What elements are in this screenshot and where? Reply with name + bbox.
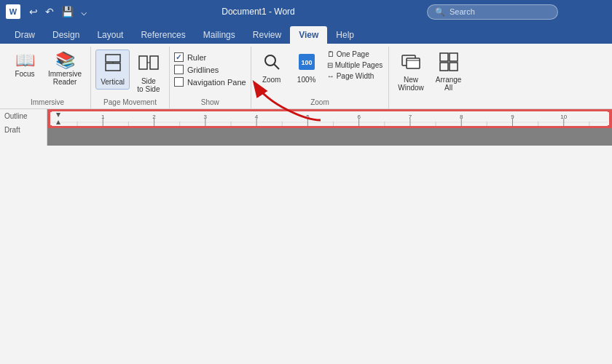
svg-text:7: 7 <box>409 114 412 120</box>
save-button[interactable]: 💾 <box>58 4 76 19</box>
left-panel: Outline Draft <box>0 109 47 146</box>
navigation-pane-checkbox-row[interactable]: Navigation Pane <box>174 77 246 87</box>
page-movement-group-label: Page Movement <box>95 98 165 108</box>
page-width-label: Page Width <box>337 72 374 80</box>
page-area <box>47 128 612 146</box>
svg-point-6 <box>265 55 275 66</box>
document-area: 1 2 3 4 5 6 7 8 9 10 <box>47 109 612 146</box>
zoom-label: Zoom <box>262 76 281 84</box>
zoom-buttons: Zoom 100 100% 🗒 One Page <box>256 47 385 98</box>
side-to-side-button[interactable]: Side to Side <box>133 50 165 96</box>
svg-rect-11 <box>407 58 420 68</box>
new-window-button[interactable]: New Window <box>393 50 428 95</box>
customize-button[interactable]: ⌵ <box>78 4 90 19</box>
svg-rect-14 <box>450 53 458 61</box>
show-options: Ruler Gridlines Navigation Pane <box>174 50 246 87</box>
ribbon-group-zoom: Zoom 100 100% 🗒 One Page <box>251 47 390 108</box>
main-body: Outline Draft <box>0 109 612 146</box>
ribbon-group-window: New Window Arrange All <box>389 47 470 108</box>
zoom-100-label: 100% <box>297 76 316 84</box>
word-icon: W <box>6 4 20 19</box>
svg-text:5: 5 <box>306 114 310 120</box>
zoom-100-button[interactable]: 100 100% <box>291 50 323 87</box>
immersive-reader-icon: 📚 <box>55 52 75 68</box>
outline-view[interactable]: Outline <box>0 109 47 123</box>
ribbon-group-immersive: 📖 Focus 📚 Immersive Reader Immersive <box>4 47 91 108</box>
arrange-all-button[interactable]: Arrange All <box>431 50 466 95</box>
vertical-button[interactable]: Vertical <box>95 50 130 90</box>
svg-rect-0 <box>106 55 120 62</box>
ruler-bar: 1 2 3 4 5 6 7 8 9 10 <box>49 111 611 127</box>
ribbon-group-show: Ruler Gridlines Navigation Pane Show <box>170 47 251 108</box>
tab-draw[interactable]: Draw <box>6 26 44 44</box>
tab-review[interactable]: Review <box>244 26 290 44</box>
one-page-icon: 🗒 <box>327 50 334 58</box>
tab-design[interactable]: Design <box>44 26 88 44</box>
quick-access-toolbar: ↩ ↶ 💾 ⌵ <box>26 4 90 19</box>
window-buttons: New Window Arrange All <box>393 47 466 106</box>
navigation-pane-label: Navigation Pane <box>187 78 246 87</box>
window-group-label <box>393 106 466 108</box>
zoom-100-icon: 100 <box>297 52 316 74</box>
multiple-pages-label: Multiple Pages <box>335 61 383 69</box>
title-bar-left: W ↩ ↶ 💾 ⌵ <box>6 4 90 19</box>
immersive-reader-button[interactable]: 📚 Immersive Reader <box>44 50 86 89</box>
zoom-group-label: Zoom <box>256 98 385 108</box>
new-window-label: New Window <box>398 76 424 92</box>
svg-text:9: 9 <box>511 114 514 120</box>
draft-view[interactable]: Draft <box>0 123 47 137</box>
multiple-pages-icon: ⊟ <box>327 61 333 69</box>
tab-help[interactable]: Help <box>327 26 363 44</box>
show-checkboxes: Ruler Gridlines Navigation Pane <box>174 47 246 98</box>
app-title: Document1 - Word <box>94 7 423 17</box>
svg-text:8: 8 <box>460 114 463 120</box>
ruler-svg: 1 2 3 4 5 6 7 8 9 10 <box>52 111 608 126</box>
svg-text:10: 10 <box>560 114 567 120</box>
new-window-icon <box>401 52 420 74</box>
tab-layout[interactable]: Layout <box>88 26 132 44</box>
undo-button[interactable]: ↩ <box>26 4 41 19</box>
zoom-icon <box>262 52 281 74</box>
svg-rect-1 <box>106 63 120 71</box>
svg-rect-16 <box>450 63 458 71</box>
svg-text:100: 100 <box>301 59 312 66</box>
svg-text:2: 2 <box>152 114 156 120</box>
page-width-button[interactable]: ↔ Page Width <box>326 71 385 81</box>
arrange-all-label: Arrange All <box>436 76 462 92</box>
ruler-label: Ruler <box>187 53 206 62</box>
svg-line-7 <box>274 64 279 69</box>
svg-text:6: 6 <box>357 114 361 120</box>
zoom-button[interactable]: Zoom <box>256 50 288 87</box>
svg-rect-3 <box>139 56 147 69</box>
ruler-checkbox-row[interactable]: Ruler <box>174 52 246 62</box>
ribbon-group-page-movement: Vertical Side to Side Page Movement <box>91 47 170 108</box>
gridlines-label: Gridlines <box>187 66 219 74</box>
ribbon-tabs: Draw Design Layout References Mailings R… <box>0 23 612 44</box>
show-group-label: Show <box>174 98 246 108</box>
side-to-side-label: Side to Side <box>137 77 160 93</box>
svg-text:3: 3 <box>204 114 208 120</box>
one-page-button[interactable]: 🗒 One Page <box>326 50 385 59</box>
svg-rect-13 <box>440 53 448 61</box>
gridlines-checkbox-row[interactable]: Gridlines <box>174 65 246 74</box>
immersive-group-label: Immersive <box>9 98 86 108</box>
tab-references[interactable]: References <box>132 26 194 44</box>
vertical-label: Vertical <box>101 78 125 86</box>
focus-label: Focus <box>15 70 34 78</box>
redo-button[interactable]: ↶ <box>42 4 57 19</box>
navigation-pane-checkbox[interactable] <box>174 77 184 87</box>
ribbon: 📖 Focus 📚 Immersive Reader Immersive <box>0 44 612 109</box>
tab-mailings[interactable]: Mailings <box>195 26 244 44</box>
multiple-pages-button[interactable]: ⊟ Multiple Pages <box>326 60 385 70</box>
search-box[interactable]: 🔍 Search <box>427 4 558 20</box>
ruler-checkbox[interactable] <box>174 52 184 62</box>
zoom-stack: 🗒 One Page ⊟ Multiple Pages ↔ Page Width <box>326 50 385 81</box>
immersive-reader-label: Immersive Reader <box>48 70 82 86</box>
page-movement-buttons: Vertical Side to Side <box>95 47 165 98</box>
focus-button[interactable]: 📖 Focus <box>9 50 41 81</box>
svg-text:4: 4 <box>255 114 259 120</box>
tab-view[interactable]: View <box>290 26 327 44</box>
gridlines-checkbox[interactable] <box>174 65 184 74</box>
immersive-buttons: 📖 Focus 📚 Immersive Reader <box>9 47 86 98</box>
svg-text:1: 1 <box>101 114 105 120</box>
